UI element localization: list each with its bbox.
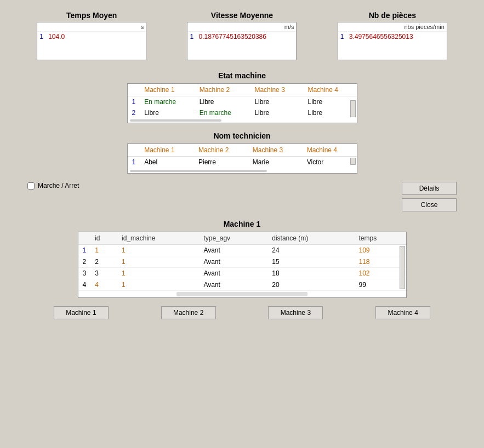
nom-technicien-title: Nom technicien: [16, 131, 468, 140]
nb-pieces-unit: nbs pieces/min: [338, 22, 447, 32]
etat-col-m3: Machine 3: [250, 84, 303, 96]
temps-moyen-unit: s: [37, 22, 146, 32]
stats-row: Temps Moyen s 1 104.0 Vitesse Moyenne m/…: [16, 11, 468, 60]
nb-pieces-value: 3.4975646556325013: [349, 33, 413, 41]
tech-col-m1: Machine 1: [140, 144, 194, 157]
temps-moyen-table: s 1 104.0: [37, 22, 146, 60]
tech-r1-m1: Abel: [140, 157, 194, 168]
detail-scrollbar-right[interactable]: [400, 246, 405, 289]
tab-machine3[interactable]: Machine 3: [268, 306, 323, 319]
details-button[interactable]: Détails: [402, 182, 457, 195]
detail-r3-id-machine: 1: [117, 268, 199, 279]
nom-technicien-table: Machine 1 Machine 2 Machine 3 Machine 4 …: [127, 143, 357, 174]
temps-moyen-block: Temps Moyen s 1 104.0: [37, 11, 146, 60]
detail-r3-num: 3: [78, 268, 91, 279]
etat-r1-m1: En marche: [140, 96, 195, 108]
detail-r4-temps: 99: [355, 279, 406, 291]
detail-horiz-scrollbar[interactable]: [176, 292, 308, 296]
table-row: 1 Abel Pierre Marie Victor: [128, 157, 357, 168]
tech-scrollbar-right[interactable]: [350, 158, 356, 165]
tab-machine4[interactable]: Machine 4: [375, 306, 430, 319]
etat-r2-m3: Libre: [250, 107, 303, 118]
nb-pieces-row-num: 1: [340, 33, 346, 41]
detail-r4-num: 4: [78, 279, 91, 291]
table-row: 2 2 1 Avant 15 118: [78, 256, 406, 268]
tech-r1-m3: Marie: [248, 157, 303, 168]
detail-r4-id-machine: 1: [117, 279, 199, 291]
bottom-tabs: Machine 1 Machine 2 Machine 3 Machine 4: [16, 306, 468, 319]
detail-r1-distance: 24: [267, 245, 354, 256]
buttons-section: Détails Close: [402, 182, 457, 211]
temps-moyen-value: 104.0: [48, 33, 65, 41]
etat-scrollbar[interactable]: [130, 119, 221, 122]
vitesse-moyenne-block: Vitesse Moyenne m/s 1 0.1876774516352038…: [187, 11, 297, 60]
machine-detail: Machine 1 id id_machine type_agv distanc…: [16, 220, 468, 298]
detail-r1-type: Avant: [199, 245, 267, 256]
tech-scrollbar[interactable]: [130, 170, 267, 172]
marche-section: Marche / Arret: [27, 182, 79, 189]
vitesse-moyenne-table: m/s 1 0.18767745163520386: [187, 22, 297, 60]
detail-table-container: id id_machine type_agv distance (m) temp…: [16, 232, 468, 298]
detail-r3-temps: 102: [355, 268, 406, 279]
etat-machine-title: Etat machine: [16, 71, 468, 80]
etat-r2-m2: En marche: [195, 107, 250, 118]
detail-col-type-agv: type_agv: [199, 232, 267, 245]
detail-r4-id: 4: [90, 279, 117, 291]
table-row: 1 1 1 Avant 24 109: [78, 245, 406, 256]
tech-row1-num: 1: [128, 157, 140, 168]
vitesse-moyenne-value-row: 1 0.18767745163520386: [187, 32, 296, 42]
machine-detail-title: Machine 1: [16, 220, 468, 228]
etat-r1-m3: Libre: [250, 96, 303, 108]
etat-col-m2: Machine 2: [195, 84, 250, 96]
table-row: 4 4 1 Avant 20 99: [78, 279, 406, 291]
detail-r1-id: 1: [90, 245, 117, 256]
table-row: 2 Libre En marche Libre Libre: [128, 107, 357, 118]
vitesse-moyenne-value: 0.18767745163520386: [198, 33, 266, 41]
etat-col-m4: Machine 4: [303, 84, 356, 96]
nb-pieces-table: nbs pieces/min 1 3.4975646556325013: [338, 22, 447, 60]
temps-moyen-row-num: 1: [39, 33, 45, 41]
etat-r2-m1: Libre: [140, 107, 195, 118]
tech-col-m2: Machine 2: [194, 144, 248, 157]
temps-moyen-title: Temps Moyen: [66, 11, 117, 20]
tech-r1-m2: Pierre: [194, 157, 248, 168]
detail-r2-distance: 15: [267, 256, 354, 268]
tab-machine1[interactable]: Machine 1: [54, 306, 109, 319]
vitesse-moyenne-row-num: 1: [190, 33, 195, 41]
tab-machine2[interactable]: Machine 2: [161, 306, 216, 319]
nb-pieces-block: Nb de pièces nbs pieces/min 1 3.49756465…: [338, 11, 447, 60]
etat-col-m1: Machine 1: [140, 84, 195, 96]
vitesse-moyenne-title: Vitesse Moyenne: [211, 11, 273, 20]
detail-table: id id_machine type_agv distance (m) temp…: [78, 232, 407, 298]
nb-pieces-title: Nb de pièces: [369, 11, 416, 20]
marche-label: Marche / Arret: [38, 182, 79, 189]
detail-col-empty: [78, 232, 91, 245]
close-button[interactable]: Close: [402, 198, 457, 211]
etat-machine-table: Machine 1 Machine 2 Machine 3 Machine 4 …: [127, 83, 357, 123]
table-row: 1 En marche Libre Libre Libre: [128, 96, 357, 108]
etat-r2-m4: Libre: [303, 107, 356, 118]
detail-r4-distance: 20: [267, 279, 354, 291]
detail-r3-type: Avant: [199, 268, 267, 279]
etat-scrollbar-right[interactable]: [350, 100, 356, 117]
detail-col-id: id: [90, 232, 117, 245]
detail-r2-id: 2: [90, 256, 117, 268]
tech-col-m3: Machine 3: [248, 144, 303, 157]
detail-col-distance: distance (m): [267, 232, 354, 245]
detail-r2-temps: 118: [355, 256, 406, 268]
etat-r1-m4: Libre: [303, 96, 356, 108]
detail-col-temps: temps: [355, 232, 406, 245]
main-content: Temps Moyen s 1 104.0 Vitesse Moyenne m/…: [0, 0, 484, 330]
detail-col-id-machine: id_machine: [117, 232, 199, 245]
detail-r3-id: 3: [90, 268, 117, 279]
marche-checkbox[interactable]: [27, 182, 35, 189]
detail-r1-id-machine: 1: [117, 245, 199, 256]
nb-pieces-value-row: 1 3.4975646556325013: [338, 32, 447, 42]
detail-r1-temps: 109: [355, 245, 406, 256]
nom-technicien-container: Machine 1 Machine 2 Machine 3 Machine 4 …: [127, 143, 357, 174]
etat-row2-num: 2: [128, 107, 140, 118]
table-row: 3 3 1 Avant 18 102: [78, 268, 406, 279]
detail-r2-type: Avant: [199, 256, 267, 268]
detail-r1-num: 1: [78, 245, 91, 256]
tech-r1-m4: Victor: [303, 157, 357, 168]
